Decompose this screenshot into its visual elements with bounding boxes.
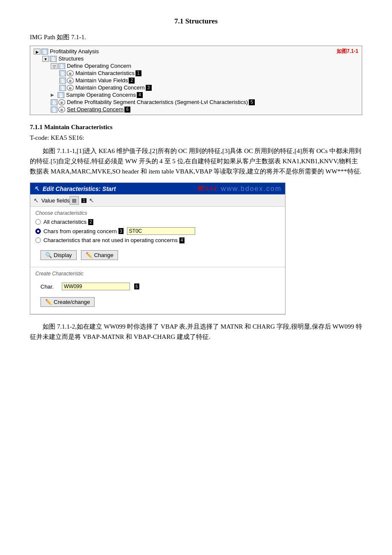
radio-chars-not-used[interactable]: Characteristics that are not used in ope… [35, 237, 280, 243]
edit-characteristics-dialog: ↖ Edit Characteristics: Start 图7.1.1-1 w… [30, 182, 285, 315]
radio-chars-from-oc[interactable]: Chars from operating concern 3 [35, 227, 280, 235]
choose-characteristics-section: Choose characteristics All characteristi… [30, 207, 285, 267]
cursor-icon-1: ↖ [34, 185, 39, 193]
radio-circle-2 [35, 228, 41, 234]
row-text: Sample Operating Concerns [66, 92, 136, 98]
table-row: ▼ 📄 Structures [34, 55, 358, 62]
row-text: Define Operating Concern [67, 63, 131, 69]
table-row: ▽ 📄 Define Operating Concern [34, 62, 358, 69]
display-btn-label: Display [54, 252, 72, 258]
section2-title: Create Characteristic [35, 271, 280, 277]
section-title: 7.1 Structures [30, 17, 362, 26]
radio2-label: Chars from operating concern [43, 228, 117, 234]
char-input-row: Char. 5 [35, 279, 280, 294]
toolbar-badge: 1 [81, 198, 86, 203]
create-btn-label: Create/change [54, 299, 90, 305]
row-badge: 3 [146, 85, 152, 91]
row-text: Maintain Characteristics [75, 70, 135, 76]
table-row: 📄 ⊕ Maintain Characteristics 1 [34, 69, 358, 77]
display-change-buttons: 🔍 Display ✏️ Change [35, 247, 280, 263]
radio3-badge: 4 [179, 237, 184, 243]
row-text: Maintain Value Fields [75, 77, 128, 84]
cursor-icon-3: ↖ [89, 197, 94, 204]
radio1-badge: 2 [88, 219, 93, 225]
char-badge: 5 [134, 283, 139, 289]
row-badge: 2 [129, 78, 135, 84]
radio3-label: Characteristics that are not used in ope… [43, 237, 178, 243]
table-row: ▶ 📄 Sample Operating Concerns 4 [34, 91, 358, 98]
table-row: 📄 ⊕ Define Profitability Segment Charact… [34, 98, 358, 106]
dialog-toolbar: ↖ Value fields ▤ 1 ↖ [30, 194, 285, 207]
table-row: 📄 ⊕ Maintain Operating Concern 3 [34, 84, 358, 91]
row-text: Define Profitability Segment Characteris… [67, 99, 248, 105]
toolbar-label: Value fields [41, 197, 69, 204]
radio-circle-1 [35, 219, 41, 225]
table-row: 📄 ⊕ Set Operating Concern 6 [34, 106, 358, 113]
radio-circle-3 [35, 237, 41, 243]
row-badge: 6 [124, 107, 130, 113]
dialog-title-bar: ↖ Edit Characteristics: Start 图7.1.1-1 w… [30, 183, 285, 194]
create-characteristic-section: Create Characteristic Char. 5 ✏️ Create/… [30, 267, 285, 314]
toolbar-icon-btn[interactable]: ▤ [69, 196, 79, 205]
section1-title: Choose characteristics [35, 210, 280, 216]
row-badge: 5 [249, 99, 255, 105]
body-para-1: 如图 7.1.1-1,[1]进入 KEA6 维护值子段,[2]所有的 OC 用到… [30, 146, 362, 176]
table-row: ▶ 📄 Profitability Analysis [34, 48, 358, 55]
row-text: Structures [58, 55, 84, 62]
radio1-label: All characteristics [43, 219, 86, 225]
row-text: Profitability Analysis [50, 48, 99, 55]
img-path-text: IMG Path 如图 7.1-1. [30, 33, 362, 41]
img-label-red: 如图7.1-1 [337, 48, 358, 55]
sub-heading-1: 7.1.1 Maintain Characteristics [30, 124, 362, 131]
watermark-text: www.bdoex.com [221, 185, 282, 193]
body-para-2: 如图 7.1.1-2,如在建立 WW099 时你选择了 VBAP 表,并且选择了… [30, 321, 362, 342]
img-table: 如图7.1-1 ▶ 📄 Profitability Analysis ▼ 📄 S… [30, 46, 362, 115]
dialog-label-red: 图7.1.1-1 [197, 185, 216, 192]
radio-all-characteristics[interactable]: All characteristics 2 [35, 219, 280, 225]
tcode-line: T-code: KEA5 SE16: [30, 134, 362, 142]
radio2-badge: 3 [118, 228, 124, 234]
dialog-title: Edit Characteristics: Start [43, 185, 116, 192]
row-text: Maintain Operating Concern [75, 84, 145, 91]
char-input-field[interactable] [62, 283, 130, 290]
cursor-icon-2: ↖ [34, 197, 39, 204]
row-badge: 1 [135, 70, 141, 76]
create-change-button[interactable]: ✏️ Create/change [40, 297, 95, 307]
oc-input[interactable] [127, 227, 195, 235]
char-field-label: Char. [40, 283, 58, 290]
create-change-buttons: ✏️ Create/change [35, 294, 280, 310]
row-badge: 4 [137, 92, 143, 98]
change-button[interactable]: ✏️ Change [81, 250, 118, 260]
table-row: 📄 ⊕ Maintain Value Fields 2 [34, 77, 358, 84]
row-text: Set Operating Concern [67, 106, 124, 113]
display-button[interactable]: 🔍 Display [40, 250, 77, 260]
change-btn-label: Change [94, 252, 114, 258]
